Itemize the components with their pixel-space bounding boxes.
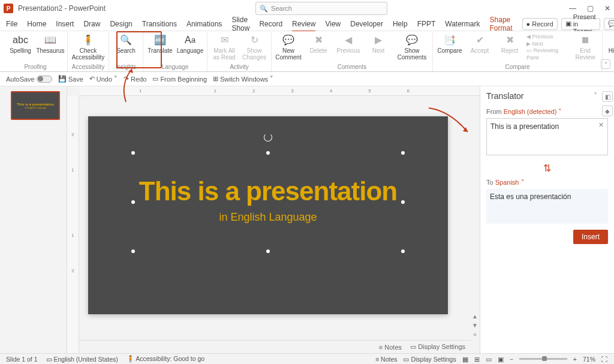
- from-beginning-button[interactable]: ▭ From Beginning: [152, 75, 207, 83]
- prev-comment-button: ◀Previous: [335, 34, 362, 55]
- selection-handle[interactable]: [131, 200, 135, 204]
- redo-button[interactable]: ↷ Redo: [124, 75, 146, 83]
- selection-handle[interactable]: [131, 151, 135, 155]
- slide-canvas-area: 1123456 2112 This is a presentation in E…: [67, 86, 480, 353]
- tab-home[interactable]: Home: [27, 20, 46, 28]
- target-textbox[interactable]: Esta es una presentación: [486, 189, 608, 224]
- tab-fppt[interactable]: FPPT: [417, 20, 436, 28]
- zoom-in[interactable]: +: [573, 356, 577, 363]
- tab-animations[interactable]: Animations: [186, 20, 222, 28]
- selection-handle[interactable]: [401, 200, 405, 204]
- selection-handle[interactable]: [131, 249, 135, 253]
- group-insights: 🔍Search Insights: [109, 32, 143, 71]
- slide-thumbnail[interactable]: This is a presentation in English Langua…: [11, 91, 60, 120]
- group-comments: 💬New Comment ✖Delete ◀Previous ▶Next 💬Sh…: [272, 32, 433, 71]
- side-tab-1[interactable]: ◧: [602, 91, 613, 102]
- translator-pane: Translator ˅ ✕ From English (detected) ˅…: [480, 86, 614, 353]
- selection-handle[interactable]: [401, 249, 405, 253]
- switch-windows-button[interactable]: ⊞ Switch Windows ˅: [213, 75, 273, 83]
- mark-all-read-button: ✉Mark All as Read: [211, 34, 237, 61]
- spelling-button[interactable]: abcSpelling: [7, 34, 34, 55]
- changes-icon: ↻: [248, 34, 261, 47]
- tab-watermark[interactable]: Watermark: [445, 20, 480, 28]
- search-button[interactable]: 🔍Search: [113, 34, 139, 55]
- side-tab-2[interactable]: ◆: [602, 106, 613, 116]
- tab-view[interactable]: View: [325, 20, 341, 28]
- tab-slideshow[interactable]: Slide Show: [231, 16, 249, 32]
- translate-button[interactable]: 🔤Translate: [147, 34, 173, 55]
- slide-title-text[interactable]: This is a presentation: [88, 176, 448, 206]
- undo-button[interactable]: ↶ Undo ˅: [89, 75, 118, 83]
- tab-insert[interactable]: Insert: [56, 20, 74, 28]
- minimize-button[interactable]: —: [569, 4, 576, 13]
- tab-transitions[interactable]: Transitions: [142, 20, 177, 28]
- zoom-out[interactable]: −: [510, 356, 513, 363]
- from-lang-dropdown[interactable]: English (detected) ˅: [504, 108, 562, 115]
- tab-shape-format[interactable]: Shape Format: [490, 16, 513, 32]
- search-box[interactable]: 🔍 Search: [255, 2, 387, 15]
- to-lang-dropdown[interactable]: Spanish ˅: [495, 179, 525, 186]
- tab-file[interactable]: File: [6, 20, 17, 28]
- compare-button[interactable]: 📑Compare: [437, 34, 463, 55]
- language-status[interactable]: ▭ English (United States): [46, 356, 118, 363]
- delete-icon: ✖: [312, 34, 325, 47]
- slide[interactable]: This is a presentation in English Langua…: [88, 116, 448, 314]
- tab-draw[interactable]: Draw: [83, 20, 100, 28]
- maximize-button[interactable]: ▢: [587, 4, 594, 13]
- selection-handle[interactable]: [266, 249, 270, 253]
- insert-button[interactable]: Insert: [573, 230, 608, 244]
- display-settings-status[interactable]: ▭ Display Settings: [403, 356, 456, 363]
- side-tool-tabs: ◧ ◆: [601, 89, 614, 116]
- tab-design[interactable]: Design: [110, 20, 132, 28]
- record-button[interactable]: ● Record: [522, 18, 558, 30]
- reject-button: ✖Reject: [496, 34, 523, 55]
- clear-source-icon[interactable]: ✕: [598, 121, 604, 129]
- swap-languages-button[interactable]: ⇅: [486, 163, 608, 174]
- translate-icon: 🔤: [154, 34, 167, 47]
- rotate-handle[interactable]: [264, 133, 272, 142]
- thesaurus-button[interactable]: 📖Thesaurus: [37, 34, 64, 55]
- view-sorter[interactable]: ⊞: [474, 356, 480, 363]
- window-controls: — ▢ ✕: [569, 4, 610, 13]
- view-normal[interactable]: ▦: [462, 356, 468, 363]
- translator-options[interactable]: ˅: [594, 92, 597, 100]
- present-teams-button[interactable]: ▣ Present in Teams: [561, 18, 600, 30]
- vertical-scrollbar[interactable]: ▲▼«: [471, 96, 479, 340]
- display-settings-toggle[interactable]: ▭ Display Settings: [410, 343, 465, 351]
- tab-developer[interactable]: Developer: [350, 20, 383, 28]
- hide-ink-button[interactable]: ✒Hide Ink: [606, 34, 614, 55]
- close-button[interactable]: ✕: [604, 4, 610, 13]
- view-slideshow[interactable]: ▣: [498, 356, 504, 363]
- window-title: Presentation2 - PowerPoint: [18, 4, 106, 13]
- tab-review[interactable]: Review: [292, 20, 315, 28]
- thesaurus-icon: 📖: [44, 34, 57, 47]
- slide-subtitle-text[interactable]: in English Language: [88, 211, 448, 224]
- ribbon-collapse[interactable]: ˄: [601, 59, 610, 69]
- autosave-toggle[interactable]: AutoSave: [6, 76, 52, 83]
- translator-header: Translator ˅ ✕: [486, 91, 608, 101]
- new-comment-button[interactable]: 💬New Comment: [275, 34, 302, 61]
- show-changes-button: ↻Show Changes: [241, 34, 267, 61]
- check-accessibility-button[interactable]: 🧍Check Accessibility: [71, 34, 105, 61]
- thumbnail-pane[interactable]: 1 This is a presentation in English Lang…: [0, 86, 67, 353]
- tab-help[interactable]: Help: [393, 20, 408, 28]
- selection-handle[interactable]: [266, 151, 270, 155]
- language-button[interactable]: AaLanguage: [177, 34, 203, 55]
- fit-to-window[interactable]: ⛶: [601, 356, 608, 363]
- selection-handle[interactable]: [401, 151, 405, 155]
- save-button[interactable]: 💾 Save: [58, 75, 83, 83]
- accessibility-status[interactable]: 🧍 Accessibility: Good to go: [127, 355, 204, 363]
- view-reading[interactable]: ▭: [486, 356, 492, 363]
- tab-record[interactable]: Record: [259, 20, 282, 28]
- prev-icon: ◀: [342, 34, 355, 47]
- notes-toggle[interactable]: ≡ Notes: [379, 344, 402, 351]
- show-comments-button[interactable]: 💬Show Comments: [395, 34, 429, 61]
- notes-status[interactable]: ≡ Notes: [375, 356, 397, 363]
- accept-icon: ✔: [473, 34, 486, 47]
- zoom-slider[interactable]: [519, 358, 567, 360]
- search-icon: 🔍: [260, 5, 268, 13]
- zoom-level[interactable]: 71%: [583, 356, 595, 363]
- source-textbox[interactable]: This is a presentation ✕: [486, 118, 608, 155]
- comments-toggle[interactable]: 💬: [604, 18, 614, 30]
- translator-title: Translator: [486, 91, 524, 101]
